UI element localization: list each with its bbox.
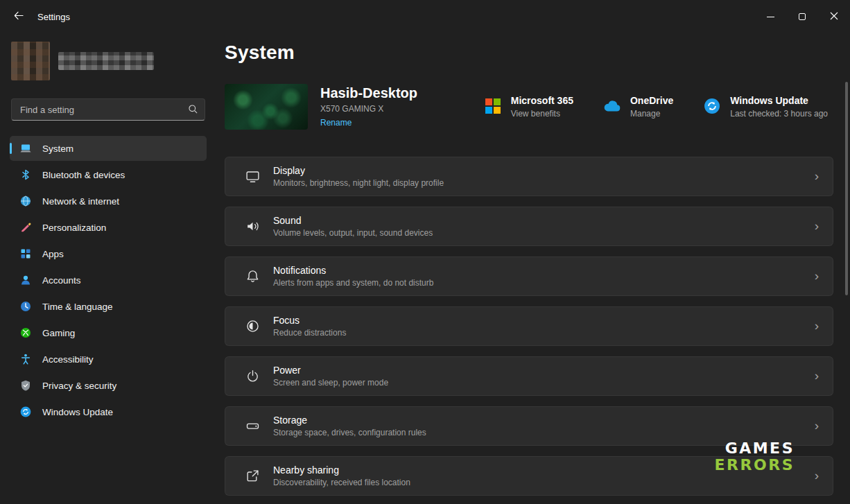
close-button[interactable] xyxy=(818,0,850,33)
device-header: Hasib-Desktop X570 GAMING X Rename Micro… xyxy=(225,84,833,130)
quick-card-onedrive[interactable]: OneDrive Manage xyxy=(602,95,673,119)
storage-drive-icon xyxy=(245,419,260,434)
sidebar-item-windows-update[interactable]: Windows Update xyxy=(10,399,207,424)
user-profile[interactable] xyxy=(0,33,216,80)
settings-card-subtitle: Volume levels, output, input, sound devi… xyxy=(273,228,815,238)
quick-card-microsoft-365[interactable]: Microsoft 365 View benefits xyxy=(483,95,573,119)
quick-card-title: Windows Update xyxy=(730,95,828,106)
xbox-icon xyxy=(19,327,32,339)
watermark-line1: GAMES xyxy=(715,440,795,457)
display-icon xyxy=(245,169,260,184)
sidebar-item-bluetooth-devices[interactable]: Bluetooth & devices xyxy=(10,162,207,187)
sound-icon xyxy=(245,219,260,234)
sidebar-item-label: Network & internet xyxy=(42,196,119,207)
person-icon xyxy=(19,274,32,286)
shield-icon xyxy=(19,379,32,392)
power-icon xyxy=(245,369,260,384)
sidebar: System Bluetooth & devices Network & int… xyxy=(0,33,216,504)
sidebar-item-label: Bluetooth & devices xyxy=(42,170,125,180)
settings-card-subtitle: Storage space, drives, configuration rul… xyxy=(273,428,815,437)
quick-cards: Microsoft 365 View benefits OneDrive Man… xyxy=(483,95,833,119)
sidebar-item-label: Windows Update xyxy=(42,407,113,417)
chevron-right-icon: › xyxy=(815,169,819,184)
sidebar-item-personalization[interactable]: Personalization xyxy=(10,215,207,240)
quick-card-windows-update[interactable]: Windows Update Last checked: 3 hours ago xyxy=(702,95,828,119)
settings-card-title: Power xyxy=(273,365,815,376)
vertical-scrollbar-thumb[interactable] xyxy=(845,82,848,295)
quick-card-title: Microsoft 365 xyxy=(511,95,573,106)
settings-card-title: Focus xyxy=(273,315,815,326)
settings-card-sound[interactable]: Sound Volume levels, output, input, soun… xyxy=(225,207,833,246)
chevron-right-icon: › xyxy=(815,419,819,434)
settings-card-title: Notifications xyxy=(273,265,815,276)
globe-icon xyxy=(19,195,32,207)
chevron-right-icon: › xyxy=(815,369,819,384)
sidebar-item-label: Privacy & security xyxy=(42,381,116,391)
sidebar-item-time-language[interactable]: Time & language xyxy=(10,294,207,319)
settings-card-title: Display xyxy=(273,165,815,176)
user-name-redacted xyxy=(58,52,154,70)
onedrive-cloud-icon xyxy=(602,96,622,116)
sidebar-item-label: Personalization xyxy=(42,223,106,233)
watermark-line2: ERRORS xyxy=(715,457,795,473)
settings-card-display[interactable]: Display Monitors, brightness, night ligh… xyxy=(225,157,833,196)
sidebar-item-label: Apps xyxy=(42,249,64,259)
chevron-right-icon: › xyxy=(815,319,819,334)
settings-card-power[interactable]: Power Screen and sleep, power mode › xyxy=(225,356,833,396)
titlebar: Settings xyxy=(0,0,850,33)
sidebar-item-privacy-security[interactable]: Privacy & security xyxy=(10,373,207,398)
system-icon xyxy=(19,142,32,155)
settings-card-subtitle: Monitors, brightness, night light, displ… xyxy=(273,178,815,188)
device-thumbnail xyxy=(225,84,308,130)
rename-link[interactable]: Rename xyxy=(320,118,352,128)
settings-card-subtitle: Discoverability, received files location xyxy=(273,478,815,487)
settings-card-notifications[interactable]: Notifications Alerts from apps and syste… xyxy=(225,257,833,296)
quick-card-title: OneDrive xyxy=(630,95,673,106)
sidebar-item-gaming[interactable]: Gaming xyxy=(10,320,207,345)
settings-card-title: Storage xyxy=(273,415,815,426)
chevron-right-icon: › xyxy=(815,219,819,234)
minimize-button[interactable] xyxy=(754,0,786,33)
focus-icon xyxy=(245,319,260,334)
quick-card-subtitle: View benefits xyxy=(511,109,573,119)
sidebar-item-system[interactable]: System xyxy=(10,136,207,161)
settings-window: Settings xyxy=(0,0,850,504)
window-title: Settings xyxy=(37,12,70,22)
sidebar-item-accounts[interactable]: Accounts xyxy=(10,268,207,293)
page-title: System xyxy=(225,42,833,64)
sidebar-item-label: Time & language xyxy=(42,302,113,312)
nearby-sharing-icon xyxy=(245,469,260,484)
paintbrush-icon xyxy=(19,221,32,234)
sidebar-nav: System Bluetooth & devices Network & int… xyxy=(0,136,216,424)
settings-card-subtitle: Alerts from apps and system, do not dist… xyxy=(273,278,815,288)
search-input[interactable] xyxy=(11,98,205,121)
games-errors-watermark: GAMES ERRORS xyxy=(715,440,795,473)
device-name: Hasib-Desktop xyxy=(320,85,417,101)
settings-card-subtitle: Reduce distractions xyxy=(273,328,815,338)
sidebar-item-label: Gaming xyxy=(42,328,75,338)
accessibility-person-icon xyxy=(19,353,32,365)
main-content: System Hasib-Desktop X570 GAMING X Renam… xyxy=(216,33,850,504)
back-arrow-icon xyxy=(13,10,24,23)
sidebar-item-label: Accounts xyxy=(42,275,81,286)
apps-grid-icon xyxy=(19,247,32,260)
clock-icon xyxy=(19,300,32,313)
chevron-right-icon: › xyxy=(815,269,819,284)
back-button[interactable] xyxy=(6,6,31,28)
maximize-button[interactable] xyxy=(786,0,818,33)
sidebar-item-label: Accessibility xyxy=(42,354,94,365)
quick-card-subtitle: Manage xyxy=(630,109,673,119)
bell-icon xyxy=(245,269,260,284)
search-box xyxy=(11,98,205,121)
settings-card-subtitle: Screen and sleep, power mode xyxy=(273,378,815,388)
bluetooth-icon xyxy=(19,168,32,181)
maximize-icon xyxy=(799,13,806,20)
close-icon xyxy=(830,12,838,22)
sidebar-item-apps[interactable]: Apps xyxy=(10,241,207,266)
sidebar-item-network-internet[interactable]: Network & internet xyxy=(10,189,207,214)
sidebar-item-label: System xyxy=(42,144,73,154)
sidebar-item-accessibility[interactable]: Accessibility xyxy=(10,347,207,372)
quick-card-subtitle: Last checked: 3 hours ago xyxy=(730,109,828,119)
settings-card-focus[interactable]: Focus Reduce distractions › xyxy=(225,306,833,346)
microsoft-365-icon xyxy=(483,96,503,116)
